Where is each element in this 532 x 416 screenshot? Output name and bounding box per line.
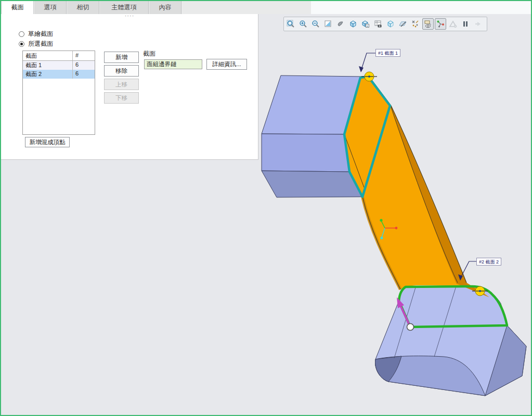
- shade-icon[interactable]: [335, 18, 346, 30]
- radio-selected-label: 所選截面: [28, 40, 53, 48]
- row2-name[interactable]: 截面 2: [23, 70, 73, 79]
- tab-tangency[interactable]: 相切: [67, 1, 99, 14]
- radio-sketched-section[interactable]: 草繪截面: [19, 30, 53, 39]
- section-collector-field[interactable]: 面組邊界鏈: [144, 59, 202, 69]
- zoom-window-icon[interactable]: [285, 18, 296, 30]
- annotation-display-icon[interactable]: [422, 18, 434, 30]
- tab-section[interactable]: 截面: [1, 1, 34, 14]
- start-point-handle[interactable]: [407, 324, 414, 331]
- insert-blend-vertex-button[interactable]: 新增混成頂點: [25, 137, 70, 147]
- pause-icon[interactable]: [460, 18, 471, 30]
- section-view-icon[interactable]: [385, 18, 396, 30]
- radio-circle[interactable]: [19, 31, 24, 37]
- exit-icon[interactable]: [472, 18, 484, 30]
- zoom-out-icon[interactable]: [310, 18, 321, 30]
- row2-count: 6: [73, 70, 95, 79]
- repaint-icon[interactable]: [322, 18, 334, 30]
- table-row[interactable]: 截面 1 6: [23, 61, 95, 70]
- view-manager-icon[interactable]: [372, 18, 384, 30]
- spin-center-icon[interactable]: [435, 18, 446, 30]
- tab-body-options[interactable]: 主體選項: [99, 1, 149, 14]
- move-down-button[interactable]: 下移: [104, 92, 139, 104]
- graphics-toolbar: [283, 17, 487, 31]
- col-section: 截面: [23, 51, 73, 60]
- col-count: #: [73, 51, 95, 60]
- sections-table-header: 截面 #: [23, 51, 95, 61]
- tab-options[interactable]: 選項: [34, 1, 67, 14]
- tab-properties[interactable]: 內容: [149, 1, 181, 14]
- sections-table[interactable]: 截面 # 截面 1 6 截面 2 6: [22, 51, 95, 135]
- move-up-button[interactable]: 上移: [104, 79, 139, 90]
- tabbar-spacer: [311, 1, 531, 14]
- dashboard-tabbar: 截面 選項 相切 主體選項 內容: [1, 1, 311, 14]
- section-field-label: 截面: [143, 49, 155, 58]
- radio-circle-selected[interactable]: [19, 41, 24, 47]
- datum-display-filters-icon[interactable]: [410, 18, 421, 30]
- radio-sketched-label: 草繪截面: [28, 30, 53, 39]
- section1-leader: [359, 53, 375, 72]
- radio-selected-section[interactable]: 所選截面: [19, 40, 53, 48]
- zoom-in-icon[interactable]: [297, 18, 309, 30]
- saved-views-icon[interactable]: [360, 18, 371, 30]
- section1-label[interactable]: #1 截面 1: [375, 49, 400, 57]
- section-panel: ···· 草繪截面 所選截面 截面 # 截面 1 6 截面 2 6 新增 移除 …: [1, 14, 258, 160]
- analysis-icon[interactable]: [447, 18, 459, 30]
- table-row[interactable]: 截面 2 6: [23, 70, 95, 79]
- add-section-button[interactable]: 新增: [104, 52, 139, 63]
- row1-name[interactable]: 截面 1: [23, 61, 73, 70]
- remove-section-button[interactable]: 移除: [104, 65, 139, 77]
- details-button[interactable]: 詳細資訊...: [206, 59, 247, 70]
- section2-label[interactable]: #2 截面 2: [476, 258, 501, 266]
- plane-display-icon[interactable]: [397, 18, 409, 30]
- row1-count: 6: [73, 61, 95, 70]
- display-style-icon[interactable]: [347, 18, 359, 30]
